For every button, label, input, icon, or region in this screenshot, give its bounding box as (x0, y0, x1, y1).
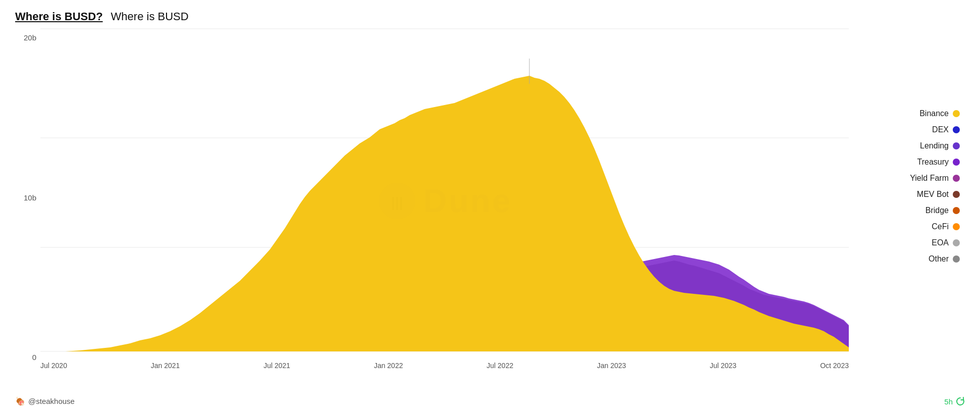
title-plain: Where is BUSD (111, 10, 189, 23)
legend-label-bridge: Bridge (925, 206, 949, 215)
legend-item-lending: Lending (859, 141, 960, 150)
x-label-jul2021: Jul 2021 (263, 362, 290, 374)
x-axis: Jul 2020 Jan 2021 Jul 2021 Jan 2022 Jul … (40, 358, 849, 374)
y-axis: 20b 10b 0 (10, 28, 40, 382)
legend-item-yield-farm: Yield Farm (859, 174, 960, 183)
binance-area (40, 76, 849, 351)
legend-label-cefi: CeFi (932, 222, 949, 231)
chart-header: Where is BUSD? Where is BUSD (10, 10, 970, 23)
legend-dot-lending (953, 142, 960, 149)
legend-dot-eoa (953, 239, 960, 246)
x-label-jul2023: Jul 2023 (710, 362, 736, 374)
chart-wrapper: Jul 2020 Jan 2021 Jul 2021 Jan 2022 Jul … (40, 28, 849, 382)
legend-dot-mev-bot (953, 191, 960, 198)
legend-item-cefi: CeFi (859, 222, 960, 231)
legend-label-mev-bot: MEV Bot (917, 190, 949, 199)
legend: Binance DEX Lending Treasury Yield Farm (859, 28, 970, 382)
refresh-icon (956, 397, 965, 406)
x-label-oct2023: Oct 2023 (820, 362, 849, 374)
y-label-0: 0 (10, 353, 40, 362)
x-label-jul2022: Jul 2022 (486, 362, 513, 374)
author-label: @steakhouse (28, 397, 75, 405)
steakhouse-icon: 🍖 (15, 396, 25, 406)
x-label-jan2022: Jan 2022 (374, 362, 403, 374)
legend-item-bridge: Bridge (859, 206, 960, 215)
legend-dot-dex (953, 126, 960, 133)
legend-dot-cefi (953, 223, 960, 230)
legend-item-treasury: Treasury (859, 158, 960, 167)
x-label-jul2020: Jul 2020 (40, 362, 67, 374)
legend-label-eoa: EOA (932, 238, 949, 247)
legend-label-yield-farm: Yield Farm (910, 174, 949, 183)
refresh-badge[interactable]: 5h (944, 397, 965, 406)
legend-label-treasury: Treasury (917, 158, 949, 167)
chart-area: 20b 10b 0 (10, 28, 970, 382)
legend-label-lending: Lending (920, 141, 949, 150)
x-label-jan2023: Jan 2023 (597, 362, 626, 374)
chart-and-legend: Jul 2020 Jan 2021 Jul 2021 Jan 2022 Jul … (40, 28, 970, 382)
legend-item-other: Other (859, 254, 960, 264)
legend-label-dex: DEX (932, 125, 949, 134)
legend-label-binance: Binance (919, 109, 949, 118)
title-underline[interactable]: Where is BUSD? (15, 10, 103, 23)
legend-item-dex: DEX (859, 125, 960, 134)
dashboard-container: Where is BUSD? Where is BUSD 20b 10b 0 (0, 0, 980, 412)
y-label-10b: 10b (10, 193, 40, 202)
legend-item-eoa: EOA (859, 238, 960, 247)
main-chart (40, 28, 849, 356)
y-label-20b: 20b (10, 33, 40, 42)
footer: 🍖 @steakhouse (15, 396, 75, 406)
legend-dot-yield-farm (953, 175, 960, 182)
refresh-time: 5h (944, 397, 953, 406)
legend-dot-bridge (953, 207, 960, 214)
legend-dot-binance (953, 110, 960, 117)
legend-item-binance: Binance (859, 109, 960, 118)
legend-dot-other (953, 255, 960, 263)
x-label-jan2021: Jan 2021 (151, 362, 180, 374)
legend-item-mev-bot: MEV Bot (859, 190, 960, 199)
legend-label-other: Other (929, 254, 949, 264)
legend-dot-treasury (953, 159, 960, 166)
